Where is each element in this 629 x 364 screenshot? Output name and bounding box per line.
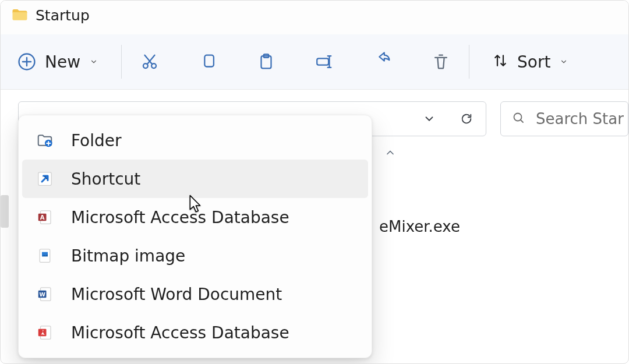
- menu-item-label: Microsoft Access Database: [71, 208, 289, 227]
- menu-item-label: Shortcut: [71, 169, 140, 189]
- toolbar-divider: [469, 45, 469, 79]
- cut-icon[interactable]: [138, 50, 161, 73]
- menu-item-shortcut[interactable]: Shortcut: [22, 160, 368, 198]
- menu-item-word[interactable]: W Microsoft Word Document: [22, 275, 368, 313]
- plus-circle-icon: [17, 52, 37, 72]
- svg-rect-19: [38, 329, 47, 337]
- folder-plus-icon: [35, 130, 55, 150]
- access-icon: A: [35, 207, 55, 227]
- pdf-icon: [35, 323, 55, 342]
- menu-item-folder[interactable]: Folder: [22, 121, 368, 160]
- delete-icon[interactable]: [429, 50, 453, 73]
- chevron-down-icon: [89, 56, 99, 67]
- toolbar: New Sort: [1, 34, 628, 90]
- window-title: Startup: [36, 7, 90, 24]
- new-button[interactable]: New: [11, 47, 105, 76]
- toolbar-divider: [121, 45, 122, 79]
- menu-item-label: Microsoft Access Database: [71, 323, 289, 342]
- menu-item-access-2[interactable]: Microsoft Access Database: [22, 313, 368, 352]
- file-name-fragment[interactable]: eMixer.exe: [379, 218, 460, 235]
- new-menu: Folder Shortcut A Microsoft Access Datab…: [18, 115, 372, 358]
- history-chevron-icon[interactable]: [422, 111, 437, 126]
- caret-up-icon[interactable]: [384, 147, 396, 161]
- sort-button-label: Sort: [517, 52, 550, 72]
- search-icon: [511, 111, 525, 127]
- shortcut-icon: [35, 169, 55, 189]
- titlebar: Startup: [1, 1, 628, 34]
- word-icon: W: [35, 284, 55, 304]
- menu-item-access[interactable]: A Microsoft Access Database: [22, 198, 368, 236]
- search-placeholder: Search Star: [536, 110, 624, 128]
- share-icon[interactable]: [371, 50, 394, 73]
- search-box[interactable]: Search Star: [500, 101, 628, 136]
- toolbar-icons: [138, 50, 453, 73]
- sort-button[interactable]: Sort: [486, 47, 575, 76]
- svg-rect-3: [204, 55, 214, 67]
- menu-item-label: Microsoft Word Document: [71, 285, 282, 304]
- rename-icon[interactable]: [313, 50, 336, 73]
- svg-text:A: A: [40, 214, 45, 221]
- nav-scrollbar[interactable]: [1, 195, 9, 228]
- menu-item-label: Bitmap image: [71, 246, 185, 266]
- refresh-icon[interactable]: [459, 111, 474, 126]
- folder-icon: [11, 6, 29, 24]
- bitmap-icon: [35, 246, 55, 266]
- menu-item-bitmap[interactable]: Bitmap image: [22, 236, 368, 275]
- copy-icon[interactable]: [196, 50, 220, 73]
- svg-text:W: W: [39, 291, 45, 298]
- chevron-down-icon: [559, 56, 569, 67]
- svg-rect-6: [317, 58, 328, 65]
- paste-icon[interactable]: [255, 50, 278, 73]
- menu-item-label: Folder: [71, 131, 122, 150]
- sort-icon: [492, 52, 509, 72]
- new-button-label: New: [45, 52, 80, 72]
